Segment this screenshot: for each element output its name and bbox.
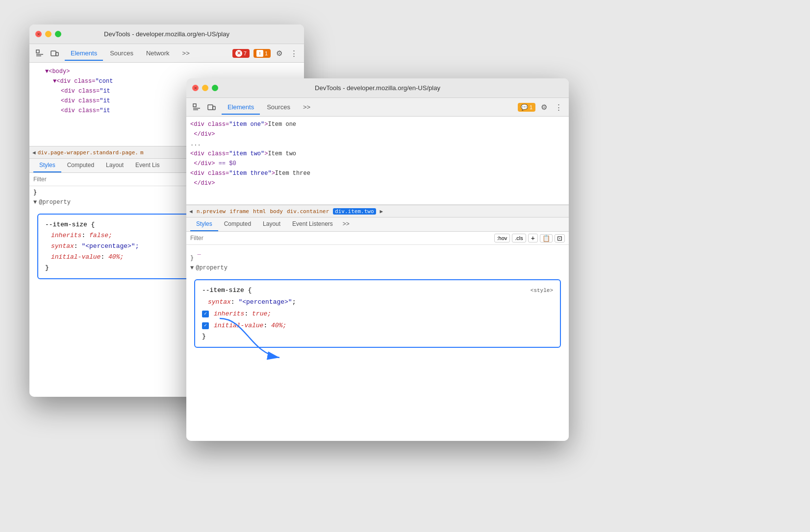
back-tree-line-body: ▼<body> <box>31 67 302 76</box>
front-minimize-button[interactable] <box>202 85 208 91</box>
front-add-btn[interactable]: + <box>528 234 538 242</box>
front-tree-item-one: <div class="item one">Item one <box>190 120 565 129</box>
front-panel-tab-events[interactable]: Event Listeners <box>286 218 339 231</box>
front-devtools-toolbar: Elements Sources >> 💬 1 ⚙ ⋮ <box>186 98 569 117</box>
front-checkbox-inherits: ✓ inherits: true; <box>202 309 553 319</box>
back-panel-tab-styles[interactable]: Styles <box>33 159 61 172</box>
back-inspector-icon[interactable] <box>33 47 46 60</box>
front-more-icon[interactable]: ⋮ <box>552 101 565 114</box>
front-panel-tab-computed[interactable]: Computed <box>218 218 257 231</box>
back-tab-elements[interactable]: Elements <box>65 47 103 61</box>
front-inspector-icon[interactable] <box>190 101 203 114</box>
front-bc-iframe[interactable]: iframe <box>229 208 249 215</box>
front-devtools-content: <div class="item one">Item one </div> ..… <box>186 117 569 441</box>
front-settings-icon[interactable]: ⚙ <box>537 101 550 114</box>
back-devtools-toolbar: Elements Sources Network >> ✕ 7 ! 1 ⚙ ⋮ <box>29 44 304 63</box>
front-maximize-button[interactable] <box>212 85 218 91</box>
back-more-icon[interactable]: ⋮ <box>287 47 300 60</box>
front-toolbar-tabs: Elements Sources >> <box>222 100 316 114</box>
back-tab-network[interactable]: Network <box>140 47 176 61</box>
front-tree-dots: ... <box>190 139 565 149</box>
front-checkbox-inherits-box[interactable]: ✓ <box>202 311 209 317</box>
back-minimize-button[interactable] <box>45 31 51 37</box>
front-bc-preview[interactable]: n.preview <box>197 208 226 215</box>
back-title-bar: ✕ DevTools - developer.mozilla.org/en-US… <box>29 24 304 44</box>
front-bc-container[interactable]: div.container <box>287 208 329 215</box>
front-close-button[interactable]: ✕ <box>192 85 199 91</box>
back-error-badge[interactable]: ✕ 7 <box>232 49 250 58</box>
front-checkbox-initial-box[interactable]: ✓ <box>202 322 209 329</box>
front-at-property: ▼ @property <box>186 263 569 273</box>
front-warning-badge[interactable]: 💬 1 <box>518 103 535 112</box>
front-tree-close-one: </div> <box>190 129 565 139</box>
back-panel-tab-computed[interactable]: Computed <box>61 159 100 172</box>
back-traffic-lights: ✕ <box>35 31 61 37</box>
front-panel-tab-layout[interactable]: Layout <box>257 218 286 231</box>
back-window-title: DevTools - developer.mozilla.org/en-US/p… <box>104 30 229 38</box>
svg-rect-8 <box>208 105 213 110</box>
front-styles-content: _ } ▼ @property --item-size { <sty <box>186 245 569 356</box>
front-tree-item-three: <div class="item three">Item three <box>190 169 565 178</box>
back-breadcrumb-left-arrow[interactable]: ◀ <box>32 149 36 156</box>
front-responsive-icon[interactable] <box>205 101 218 114</box>
back-panel-tab-events[interactable]: Event Lis <box>129 159 165 172</box>
front-copy-btn[interactable]: 📋 <box>540 234 553 242</box>
back-tab-more[interactable]: >> <box>177 47 196 61</box>
front-bc-body[interactable]: body <box>270 208 283 215</box>
front-css-blue-box: --item-size { <style> syntax: "<percenta… <box>194 279 561 348</box>
back-breadcrumb-item[interactable]: div.page-wrapper.standard-page. <box>38 149 138 156</box>
front-css-block-header: --item-size { <style> <box>202 285 553 296</box>
front-traffic-lights: ✕ <box>192 85 218 91</box>
back-warning-badge[interactable]: ! 1 <box>253 49 271 58</box>
front-tree-item-two: <div class="item two">Item two <box>190 149 565 159</box>
front-style-source: <style> <box>531 285 553 296</box>
back-toolbar-tabs: Elements Sources Network >> <box>65 47 196 60</box>
front-hov-btn[interactable]: :hov <box>494 234 510 242</box>
front-styles-panel: :hov .cls + 📋 ⊡ _ } ▼ @property <box>186 232 569 441</box>
front-panel-tab-more[interactable]: >> <box>339 218 354 231</box>
back-settings-icon[interactable]: ⚙ <box>273 47 285 60</box>
front-prev-rule: _ } <box>186 247 569 263</box>
svg-rect-3 <box>51 51 56 56</box>
back-close-button[interactable]: ✕ <box>35 31 42 37</box>
front-panel-tabs: Styles Computed Layout Event Listeners >… <box>186 218 569 232</box>
front-html-tree: <div class="item one">Item one </div> ..… <box>186 117 569 205</box>
back-maximize-button[interactable] <box>55 31 61 37</box>
front-css-close: } <box>202 331 553 342</box>
front-devtools-window: ✕ DevTools - developer.mozilla.org/en-US… <box>186 78 569 441</box>
front-filter-input[interactable] <box>190 233 491 243</box>
front-bc-item-two[interactable]: div.item.two <box>333 208 376 215</box>
back-breadcrumb-m[interactable]: m <box>140 149 144 156</box>
front-tree-close-two: </div> == $0 <box>190 159 565 169</box>
front-title-bar: ✕ DevTools - developer.mozilla.org/en-US… <box>186 78 569 98</box>
front-tab-elements[interactable]: Elements <box>222 100 260 115</box>
svg-rect-4 <box>56 52 58 56</box>
svg-rect-5 <box>193 104 196 107</box>
front-tab-sources[interactable]: Sources <box>261 100 296 115</box>
front-css-prop-inherits-row: ✓ inherits: true; <box>202 309 553 319</box>
front-tab-more[interactable]: >> <box>297 100 316 115</box>
svg-rect-9 <box>213 106 215 110</box>
front-css-prop-syntax: syntax: "<percentage>"; <box>202 297 553 308</box>
front-breadcrumb-bar: ◀ n.preview iframe html body div.contain… <box>186 205 569 218</box>
front-breadcrumb-right-arrow[interactable]: ▶ <box>380 208 383 215</box>
back-badges: ✕ 7 ! 1 <box>232 49 271 58</box>
front-breadcrumb-left-arrow[interactable]: ◀ <box>189 208 193 215</box>
front-css-prop-initial-row: ✓ initial-value: 40%; <box>202 320 553 331</box>
front-panel-tab-styles[interactable]: Styles <box>190 218 218 231</box>
front-badges: 💬 1 <box>518 103 535 112</box>
front-tree-close-three: </div> <box>190 178 565 188</box>
front-cls-btn[interactable]: .cls <box>512 234 526 242</box>
front-layout-btn[interactable]: ⊡ <box>555 234 565 242</box>
back-responsive-icon[interactable] <box>48 47 61 60</box>
front-checkbox-initial: ✓ initial-value: 40%; <box>202 320 553 331</box>
back-panel-tab-layout[interactable]: Layout <box>100 159 129 172</box>
back-tab-sources[interactable]: Sources <box>104 47 139 61</box>
front-window-title: DevTools - developer.mozilla.org/en-US/p… <box>315 84 440 92</box>
svg-rect-0 <box>36 50 39 53</box>
front-filter-bar: :hov .cls + 📋 ⊡ <box>186 232 569 245</box>
front-blue-box-wrapper: --item-size { <style> syntax: "<percenta… <box>186 279 569 348</box>
front-bc-html[interactable]: html <box>253 208 266 215</box>
front-at-rule-header[interactable]: ▼ @property <box>190 265 565 271</box>
